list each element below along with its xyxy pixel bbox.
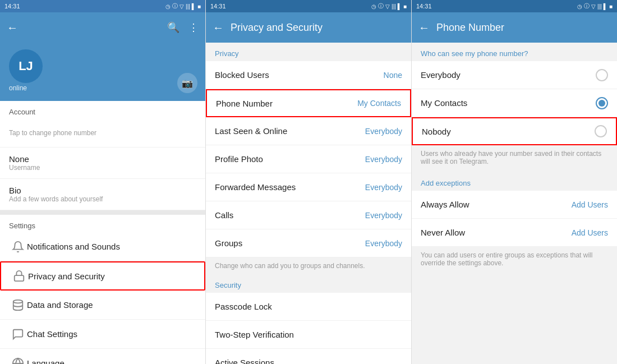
calls-item[interactable]: Calls Everybody [206,201,411,229]
online-status: online [9,84,196,92]
language-label: Language [27,352,196,364]
language-item[interactable]: Language [0,349,205,364]
chat-settings-icon [9,328,27,340]
username-label: Username [9,164,196,172]
active-sessions-item[interactable]: Active Sessions [206,349,411,364]
forwarded-messages-label: Forwarded Messages [215,182,296,192]
svg-point-1 [13,300,23,303]
privacy-icon [10,270,28,282]
my-contacts-radio[interactable] [596,97,608,109]
phone-number-scroll: Who can see my phone number? Everybody M… [412,43,617,364]
everybody-radio[interactable] [596,69,608,81]
passcode-lock-item[interactable]: Passcode Lock [206,293,411,321]
forwarded-messages-value: Everybody [365,183,402,192]
security-section-title: Security [206,274,411,293]
two-step-item[interactable]: Two-Step Verification [206,321,411,349]
username-value: None [9,154,196,164]
nobody-radio[interactable] [595,125,607,137]
everybody-label: Everybody [421,70,461,80]
everybody-option[interactable]: Everybody [412,61,617,89]
camera-button[interactable]: 📷 [177,73,197,93]
bio-item[interactable]: Bio Add a few words about yourself [0,179,205,210]
status-bar-2: 14:31 ◷ⓘ▽|||▌■ [206,0,411,12]
two-step-label: Two-Step Verification [215,330,294,339]
status-bar-1: 14:31 ◷ⓘ▽|||▌■ [0,0,205,12]
back-button-3[interactable]: ← [418,21,430,34]
my-contacts-label: My Contacts [421,98,467,108]
profile-photo-item[interactable]: Profile Photo Everybody [206,145,411,173]
search-icon-1[interactable]: 🔍 [167,21,179,34]
add-exceptions-title: Add exceptions [412,172,617,191]
data-storage-item[interactable]: Data and Storage [0,291,205,320]
phone-number-item[interactable]: Tap to change phone number [0,118,205,148]
status-icons-1: ◷ⓘ▽|||▌■ [165,2,201,10]
blocked-users-value: None [384,71,402,80]
who-can-see-title: Who can see my phone number? [412,43,617,61]
more-icon-1[interactable]: ⋮ [188,21,199,34]
active-sessions-label: Active Sessions [215,358,274,364]
my-contacts-option[interactable]: My Contacts [412,89,617,117]
never-allow-action[interactable]: Add Users [572,228,608,237]
privacy-security-label: Privacy and Security [28,265,195,288]
calls-value: Everybody [365,211,402,220]
avatar-initials: LJ [19,59,33,73]
panel-privacy-security: 14:31 ◷ⓘ▽|||▌■ ← Privacy and Security Pr… [206,0,412,364]
exceptions-note: You can add users or entire groups as ex… [412,247,617,274]
back-button-2[interactable]: ← [213,21,224,34]
bio-placeholder: Add a few words about yourself [9,195,196,203]
phone-number-label-p2: Phone Number [216,99,273,108]
groups-value: Everybody [365,239,402,248]
profile-photo-label: Profile Photo [215,154,263,164]
never-allow-item[interactable]: Never Allow Add Users [412,219,617,247]
phone-number-item-p2[interactable]: Phone Number My Contacts [206,89,411,117]
phone-number-title: Phone Number [436,22,610,34]
divider-1 [0,210,205,215]
notifications-item[interactable]: Notifications and Sounds [0,232,205,261]
profile-photo-value: Everybody [365,155,402,164]
privacy-security-item[interactable]: Privacy and Security [0,261,205,291]
status-time-1: 14:31 [4,3,20,10]
always-allow-item[interactable]: Always Allow Add Users [412,191,617,219]
status-time-2: 14:31 [210,3,226,10]
settings-header: ← 🔍 ⋮ [0,12,205,43]
groups-note: Change who can add you to groups and cha… [206,257,411,274]
panel-settings: 14:31 ◷ⓘ▽|||▌■ ← 🔍 ⋮ LJ online 📷 Account… [0,0,206,364]
privacy-section-title: Privacy [206,43,411,61]
last-seen-value: Everybody [365,127,402,136]
phone-number-header: ← Phone Number [412,12,617,43]
data-storage-label: Data and Storage [27,293,196,316]
settings-section-label: Settings [0,215,205,232]
camera-icon: 📷 [182,78,193,89]
phone-number-value-p2: My Contacts [357,99,401,108]
last-seen-item[interactable]: Last Seen & Online Everybody [206,117,411,145]
phone-tap-hint: Tap to change phone number [9,129,196,137]
forwarded-messages-item[interactable]: Forwarded Messages Everybody [206,173,411,201]
bio-label: Bio [9,186,196,195]
panel-phone-number: 14:31 ◷ⓘ▽|||▌■ ← Phone Number Who can se… [412,0,617,364]
notifications-icon [9,241,27,253]
data-storage-icon [9,299,27,311]
status-icons-3: ◷ⓘ▽|||▌■ [577,2,613,10]
always-allow-label: Always Allow [421,200,469,209]
status-icons-2: ◷ⓘ▽|||▌■ [371,2,407,10]
nobody-option[interactable]: Nobody [412,117,617,145]
nobody-label: Nobody [422,127,451,136]
blocked-users-label: Blocked Users [215,70,269,80]
back-button-1[interactable]: ← [7,21,18,34]
chat-settings-item[interactable]: Chat Settings [0,320,205,349]
language-icon [9,357,27,365]
never-allow-label: Never Allow [421,228,465,237]
calls-label: Calls [215,210,233,220]
notifications-label: Notifications and Sounds [27,235,196,258]
chat-settings-label: Chat Settings [27,322,196,345]
always-allow-action[interactable]: Add Users [572,200,608,209]
groups-item[interactable]: Groups Everybody [206,229,411,257]
status-bar-3: 14:31 ◷ⓘ▽|||▌■ [412,0,617,12]
username-item[interactable]: None Username [0,148,205,179]
avatar[interactable]: LJ [9,49,43,83]
status-time-3: 14:31 [416,3,432,10]
svg-rect-0 [15,275,24,281]
account-section-label: Account [0,101,205,118]
last-seen-label: Last Seen & Online [215,126,287,136]
blocked-users-item[interactable]: Blocked Users None [206,61,411,89]
